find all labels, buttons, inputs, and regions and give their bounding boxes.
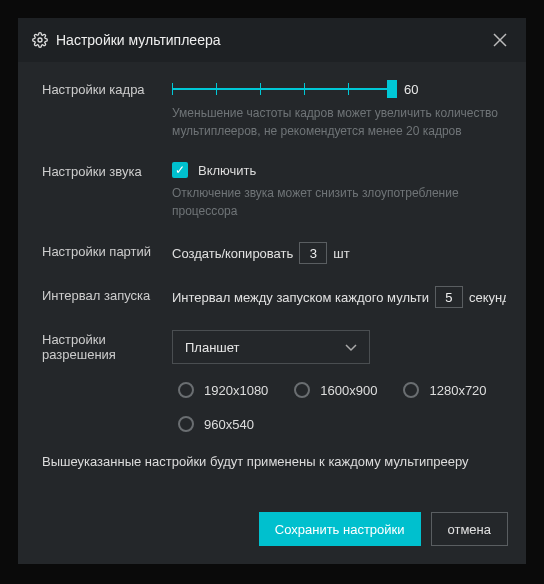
resolution-selected: Планшет: [185, 340, 240, 355]
close-button[interactable]: [488, 28, 512, 52]
radio-icon: [178, 382, 194, 398]
fps-value: 60: [404, 82, 418, 97]
sound-row: Настройки звука ✓ Включить Отключение зв…: [42, 162, 506, 220]
interval-row: Интервал запуска Интервал между запуском…: [42, 286, 506, 308]
check-icon: ✓: [172, 162, 188, 178]
interval-input[interactable]: [435, 286, 463, 308]
batch-label: Настройки партий: [42, 242, 172, 264]
sound-enable-label: Включить: [198, 163, 256, 178]
resolution-radios: 1920x1080 1600x900 1280x720 960x540: [172, 382, 506, 432]
fps-slider[interactable]: [172, 80, 392, 98]
titlebar: Настройки мультиплеера: [18, 18, 526, 62]
resolution-label: Настройки разрешения: [42, 330, 172, 432]
cancel-button[interactable]: отмена: [431, 512, 508, 546]
batch-input[interactable]: [299, 242, 327, 264]
interval-prefix: Интервал между запуском каждого мульти: [172, 290, 429, 305]
save-button[interactable]: Сохранить настройки: [259, 512, 421, 546]
resolution-radio-3[interactable]: 960x540: [178, 416, 254, 432]
resolution-select[interactable]: Планшет: [172, 330, 370, 364]
frame-hint: Уменьшение частоты кадров может увеличит…: [172, 104, 506, 140]
frame-label: Настройки кадра: [42, 80, 172, 140]
gear-icon: [32, 32, 48, 48]
svg-point-0: [38, 38, 42, 42]
sound-label: Настройки звука: [42, 162, 172, 220]
resolution-row: Настройки разрешения Планшет 1920x1080 1…: [42, 330, 506, 432]
radio-icon: [403, 382, 419, 398]
slider-thumb[interactable]: [387, 80, 397, 98]
dialog-body: Настройки кадра 60 Уменьшение ч: [18, 62, 526, 469]
batch-row: Настройки партий Создать/копировать шт: [42, 242, 506, 264]
resolution-radio-2[interactable]: 1280x720: [403, 382, 486, 398]
sound-enable-checkbox[interactable]: ✓ Включить: [172, 162, 256, 178]
batch-prefix: Создать/копировать: [172, 246, 293, 261]
frame-row: Настройки кадра 60 Уменьшение ч: [42, 80, 506, 140]
radio-icon: [178, 416, 194, 432]
resolution-radio-0[interactable]: 1920x1080: [178, 382, 268, 398]
apply-note: Вышеуказанные настройки будут применены …: [42, 454, 506, 469]
resolution-radio-1[interactable]: 1600x900: [294, 382, 377, 398]
interval-label: Интервал запуска: [42, 286, 172, 308]
batch-suffix: шт: [333, 246, 349, 261]
settings-dialog: Настройки мультиплеера Настройки кадра: [18, 18, 526, 564]
interval-suffix: секунд: [469, 290, 506, 305]
radio-icon: [294, 382, 310, 398]
sound-hint: Отключение звука может снизить злоупотре…: [172, 184, 506, 220]
chevron-down-icon: [345, 340, 357, 355]
dialog-title: Настройки мультиплеера: [56, 32, 488, 48]
dialog-buttons: Сохранить настройки отмена: [259, 512, 508, 546]
